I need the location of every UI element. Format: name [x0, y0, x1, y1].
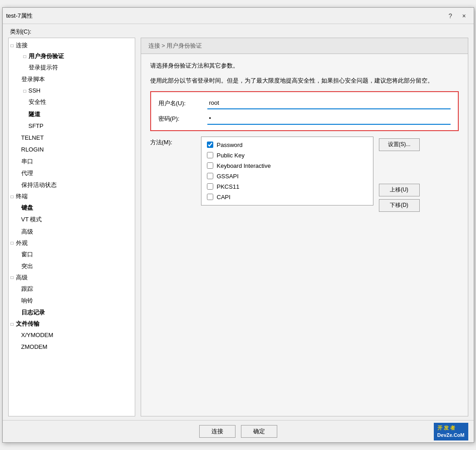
sidebar-item-window[interactable]: 窗口 [9, 249, 135, 260]
sidebar-item-serial[interactable]: 串口 [9, 156, 135, 167]
watermark-line1: 开 发 者 [437, 425, 465, 431]
username-input[interactable] [207, 98, 451, 109]
method-gssapi: GSSAPI [207, 172, 368, 181]
sidebar-item-trace[interactable]: 跟踪 [9, 283, 135, 295]
sidebar-item-bell[interactable]: 响铃 [9, 295, 135, 307]
sidebar-item-user-auth[interactable]: □ 用户身份验证 [9, 51, 135, 62]
window-title: test-7属性 [6, 12, 33, 20]
sidebar-item-highlight[interactable]: 突出 [9, 260, 135, 272]
sidebar-item-label: 突出 [21, 263, 33, 269]
password-input[interactable] [207, 113, 451, 125]
sidebar-item-security[interactable]: 安全性 [9, 96, 135, 108]
method-public-key-checkbox[interactable] [207, 152, 213, 158]
sidebar-item-label: 窗口 [21, 251, 33, 258]
method-gssapi-label: GSSAPI [217, 173, 239, 180]
method-password-checkbox[interactable] [207, 142, 213, 148]
dialog-body: □ 连接 □ 用户身份验证 登录提示符 登录脚本 □ SSH [3, 38, 474, 420]
sidebar-item-xymodem[interactable]: X/YMODEM [9, 329, 135, 341]
sidebar-item-zmodem[interactable]: ZMODEM [9, 341, 135, 353]
watermark: 开 发 者 DevZe.CoM [434, 423, 468, 440]
ok-button[interactable]: 确定 [241, 425, 277, 438]
dialog-window: test-7属性 ? × 类别(C): □ 连接 □ 用户身份验证 登录提示符 [2, 7, 474, 443]
sidebar-item-label: 保持活动状态 [21, 181, 57, 188]
sidebar-item-label: 键盘 [21, 204, 33, 211]
expander-icon: □ [9, 239, 16, 247]
move-down-button[interactable]: 下移(D) [379, 199, 420, 212]
password-row: 密码(P): [158, 113, 451, 125]
sidebar-item-label: ZMODEM [21, 343, 48, 350]
expander-icon: □ [21, 87, 29, 95]
move-up-button[interactable]: 上移(U) [379, 184, 420, 196]
username-label: 用户名(U): [158, 99, 204, 108]
dialog-footer: 连接 确定 开 发 者 DevZe.CoM [3, 420, 474, 442]
expander-icon: □ [9, 193, 16, 201]
sidebar-item-sftp[interactable]: SFTP [9, 120, 135, 132]
sidebar-item-proxy[interactable]: 代理 [9, 167, 135, 179]
method-pkcs11-label: PKCS11 [217, 183, 240, 190]
sidebar-item-appearance[interactable]: □ 外观 [9, 238, 135, 249]
method-pkcs11-checkbox[interactable] [207, 183, 213, 190]
sidebar-item-label: TELNET [21, 134, 44, 141]
sidebar-item-label: 文件传输 [16, 319, 39, 329]
method-capi: CAPI [207, 193, 368, 201]
sidebar-item-label: 连接 [16, 40, 28, 50]
sidebar-item-label: 高级 [16, 273, 28, 283]
sidebar-item-label: SSH [29, 86, 41, 96]
watermark-line2: DevZe.CoM [437, 432, 465, 439]
sidebar-item-label: 日志记录 [21, 309, 45, 316]
username-row: 用户名(U): [158, 98, 451, 109]
help-button[interactable]: ? [445, 11, 456, 21]
sidebar-item-connection[interactable]: □ 连接 [9, 40, 135, 51]
sidebar-item-terminal[interactable]: □ 终端 [9, 191, 135, 202]
close-button[interactable]: × [458, 11, 470, 21]
sidebar-item-vt-mode[interactable]: VT 模式 [9, 214, 135, 225]
sidebar-item-file-transfer[interactable]: □ 文件传输 [9, 318, 135, 329]
sidebar-item-label: 登录提示符 [29, 64, 58, 71]
method-keyboard-interactive-checkbox[interactable] [207, 162, 213, 169]
panel-header: 连接 > 用户身份验证 [141, 38, 468, 54]
sidebar-item-label: 响铃 [21, 297, 33, 304]
sidebar-item-log[interactable]: 日志记录 [9, 307, 135, 318]
sidebar-item-login-script[interactable]: 登录脚本 [9, 73, 135, 85]
connect-button[interactable]: 连接 [199, 425, 236, 438]
sidebar-item-label: 串口 [21, 158, 33, 165]
titlebar: test-7属性 ? × [3, 8, 474, 24]
titlebar-controls: ? × [445, 11, 470, 21]
category-label: 类别(C): [3, 24, 474, 38]
sidebar-item-telnet[interactable]: TELNET [9, 132, 135, 144]
sidebar-item-tunnel[interactable]: 隧道 [9, 108, 135, 120]
sidebar-item-label: 终端 [16, 191, 28, 201]
method-password-label: Password [217, 142, 243, 148]
expander-icon: □ [9, 42, 16, 49]
description-1: 请选择身份验证方法和其它参数。 [150, 61, 459, 71]
method-public-key: Public Key [207, 151, 368, 160]
expander-icon: □ [9, 274, 16, 281]
description-2: 使用此部分以节省登录时间。但是，为了最大限度地提高安全性，如果担心安全问题，建议… [150, 76, 459, 86]
sidebar-item-advanced-root[interactable]: □ 高级 [9, 272, 135, 283]
sidebar-item-label: 代理 [21, 170, 33, 176]
panel-content: 请选择身份验证方法和其它参数。 使用此部分以节省登录时间。但是，为了最大限度地提… [141, 54, 468, 416]
sidebar-item-login-prompt[interactable]: 登录提示符 [9, 62, 135, 73]
expander-icon: □ [9, 320, 16, 328]
method-keyboard-interactive-label: Keyboard Interactive [217, 162, 271, 169]
method-pkcs11: PKCS11 [207, 182, 368, 191]
settings-button[interactable]: 设置(S)... [379, 138, 420, 151]
method-capi-label: CAPI [217, 194, 231, 201]
sidebar-item-label: 高级 [21, 228, 33, 235]
sidebar-item-advanced-terminal[interactable]: 高级 [9, 226, 135, 238]
sidebar-item-keepalive[interactable]: 保持活动状态 [9, 179, 135, 191]
sidebar-item-label: 安全性 [29, 98, 46, 105]
sidebar-item-keyboard[interactable]: 键盘 [9, 202, 135, 214]
method-label: 方法(M): [150, 137, 196, 147]
method-keyboard-interactive: Keyboard Interactive [207, 161, 368, 170]
method-gssapi-checkbox[interactable] [207, 173, 213, 179]
sidebar-item-rlogin[interactable]: RLOGIN [9, 144, 135, 156]
sidebar-item-ssh[interactable]: □ SSH [9, 85, 135, 96]
sidebar-tree: □ 连接 □ 用户身份验证 登录提示符 登录脚本 □ SSH [8, 38, 135, 416]
sidebar-item-label: 用户身份验证 [29, 51, 64, 61]
sidebar-item-label: 隧道 [29, 111, 40, 117]
sidebar-item-label: RLOGIN [21, 146, 44, 153]
method-capi-checkbox[interactable] [207, 194, 213, 200]
methods-buttons: 设置(S)... 上移(U) 下移(D) [379, 137, 420, 212]
method-public-key-label: Public Key [217, 152, 245, 159]
